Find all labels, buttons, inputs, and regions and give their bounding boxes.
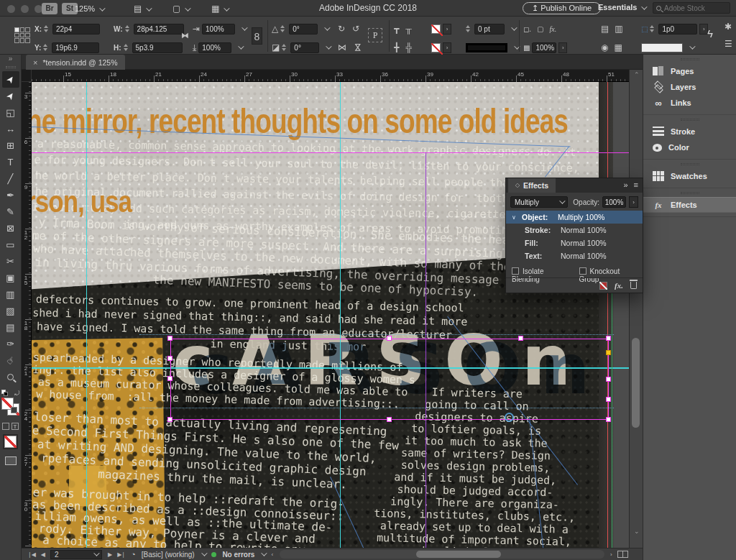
selection-frame[interactable] [170,339,609,420]
flip-horizontal-icon[interactable]: ⋈ [338,42,346,52]
default-fill-stroke-icon[interactable] [1,390,8,396]
effects-panel-header[interactable]: Effects »≡ [506,178,643,193]
gradient-tool[interactable]: ▥ [2,286,19,303]
selection-handle[interactable] [167,336,172,341]
selection-handle[interactable] [606,397,611,402]
selection-handle[interactable] [606,377,611,382]
distribute-rows-icon[interactable]: ╬ [405,42,412,52]
gradient-feather-tool[interactable]: ▨ [2,303,19,319]
pen-tool[interactable]: ✒ [2,187,19,203]
horizontal-ruler[interactable]: 15182124273033363942454851 [32,70,629,82]
effects-target-row-fill[interactable]: Fill:Normal 100% [506,237,643,249]
effects-menu-icon[interactable]: fx. [550,25,557,33]
shear-field[interactable]: 0° [290,42,319,53]
line-tool[interactable]: ╱ [2,170,19,187]
effects-target-row-stroke[interactable]: Stroke:Normal 100% [506,224,643,237]
spread-view-icon[interactable] [617,551,628,558]
shear-spinner[interactable] [282,44,287,51]
panel-menu-icon[interactable]: ☰ [724,39,732,49]
horizontal-scrollbar[interactable] [280,550,604,559]
scale-x-field[interactable]: 100% [202,24,235,35]
constrain-dimensions-icon[interactable]: ⧓ [181,31,189,40]
selection-handle[interactable] [167,356,172,361]
vertical-scrollbar[interactable]: ⌃ ⌄ [629,70,643,548]
delete-effect-icon[interactable] [630,282,637,289]
rotate-ccw-icon[interactable]: ↺ [352,24,359,34]
ruler-origin-corner[interactable] [22,70,32,82]
wrap-jump-icon[interactable]: ▦ [614,42,622,52]
rotation-spinner[interactable] [280,25,285,32]
tools-drag-handle[interactable] [6,66,16,68]
horizontal-scroll-thumb[interactable] [416,551,501,558]
chevron-down-icon[interactable] [689,43,695,49]
h-spinner[interactable] [124,44,129,51]
stock-search[interactable] [653,2,730,14]
add-effect-icon[interactable]: fx. [615,281,623,290]
first-page-button[interactable]: ❘◀ [27,551,35,558]
dock-drag-handle[interactable] [681,119,699,121]
gap-tool[interactable]: ↔ [2,121,19,137]
object-style-preview[interactable] [641,43,683,52]
selection-handle[interactable] [387,336,392,341]
panel-gear-icon[interactable]: ✱ [724,22,732,32]
scale-y-field[interactable]: 100% [198,42,231,53]
stroke-style-preview[interactable] [466,43,507,52]
collapse-tools-icon[interactable]: » [0,55,21,65]
flip-vertical-icon[interactable]: ⋈ [353,43,363,52]
opacity-arrow[interactable]: › [558,42,567,53]
zoom-tool[interactable] [2,369,19,385]
dock-drag-handle[interactable] [681,192,699,194]
next-page-button[interactable]: ▶ [108,551,111,558]
opacity-value-field[interactable]: 100% [602,196,626,208]
swap-fill-stroke-icon[interactable]: ⤾ [14,390,20,398]
content-collector-tool[interactable]: ⊞ [2,137,19,154]
publish-online-button[interactable]: ↥ Publish Online [523,2,601,14]
selection-handle[interactable] [518,336,523,341]
distribute-columns-icon[interactable]: ╥ [405,24,412,34]
quick-apply-icon[interactable]: ϟ [707,27,713,40]
effects-target-row-object[interactable]: ∨Object:Multiply 100% [506,211,643,224]
wrap-none-icon[interactable]: ▤ [601,24,609,34]
chevron-down-icon[interactable]: ∨ [512,214,518,221]
effects-target-row-text[interactable]: Text:Normal 100% [506,249,643,262]
dock-drag-handle[interactable] [681,163,699,165]
content-grabber-icon[interactable] [505,413,514,422]
pencil-tool[interactable]: ✎ [2,203,19,220]
dock-item-stroke[interactable]: Stroke [643,124,736,139]
selection-handle[interactable] [606,336,611,341]
scroll-up-icon[interactable]: ⌃ [634,71,640,78]
dock-item-swatches[interactable]: Swatches [643,168,736,184]
dock-item-links[interactable]: ∞Links [643,95,736,111]
selection-handle[interactable] [606,350,611,355]
chevron-down-icon[interactable] [238,43,244,49]
preflight-profile-dropdown[interactable]: [Basic] (working) [142,551,206,559]
close-tab-icon[interactable]: × [33,58,37,67]
frame-tool[interactable]: ⊠ [2,220,19,237]
opacity-field[interactable]: 100% [532,42,556,53]
stroke-swatch[interactable] [431,43,441,52]
w-spinner[interactable] [125,25,130,32]
rotation-field[interactable]: 0° [289,24,318,35]
fill-swatch[interactable] [431,24,441,34]
previous-page-button[interactable]: ◀ [41,551,45,558]
wrap-bounding-icon[interactable]: ▥ [615,24,622,34]
collapse-panel-icon[interactable]: » [623,180,627,189]
stroke-weight-spinner[interactable] [466,25,471,32]
selection-handle[interactable] [606,417,611,422]
last-page-button[interactable]: ▶❘ [117,551,125,558]
dock-item-pages[interactable]: Pages [643,63,736,79]
preflight-icon[interactable]: ◔ [131,550,136,559]
chevron-down-icon[interactable] [511,24,517,30]
scroll-right-icon[interactable]: › [610,551,612,558]
screen-mode-icon[interactable] [5,456,17,465]
x-field[interactable]: 22p4 [52,24,100,35]
stroke-menu-arrow[interactable]: › [443,42,451,53]
opacity-arrow[interactable]: › [629,196,638,208]
y-field[interactable]: 19p6.9 [52,42,99,53]
selection-handle[interactable] [167,376,172,381]
stroke-weight-field[interactable]: 0 pt [474,24,505,35]
document-tab[interactable]: × *tension.indd @ 125% [26,55,125,70]
gutter-field[interactable]: 1p0 [658,24,697,35]
dock-item-effects[interactable]: fxEffects [643,197,736,213]
chevron-down-icon[interactable] [324,24,330,30]
